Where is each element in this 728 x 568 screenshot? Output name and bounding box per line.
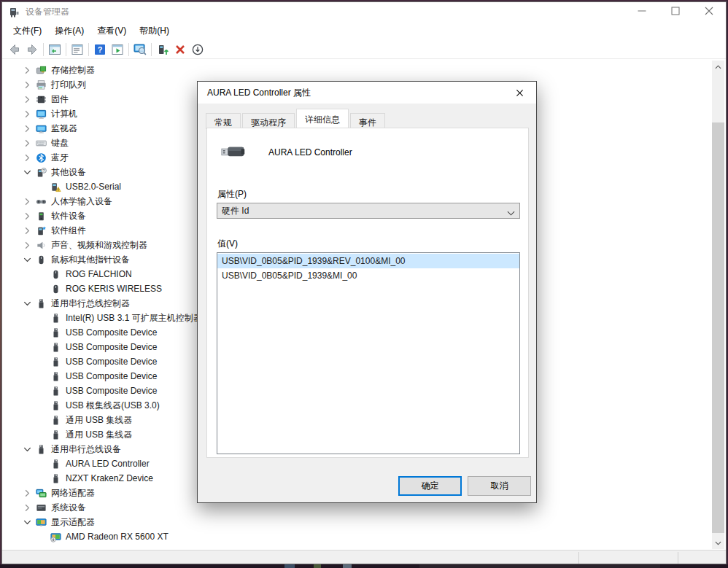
tree-item-label: 网络适配器 bbox=[51, 487, 95, 499]
tree-item-label: USB Composite Device bbox=[66, 386, 157, 396]
usb-device-icon bbox=[220, 143, 248, 161]
cancel-button[interactable]: 取消 bbox=[468, 476, 531, 496]
close-button[interactable] bbox=[692, 2, 726, 22]
toolbar-separator bbox=[66, 43, 66, 56]
usb-icon bbox=[50, 429, 62, 440]
chevron-right-icon[interactable] bbox=[21, 93, 33, 105]
tree-item-label: AURA LED Controller bbox=[66, 459, 150, 469]
tree-item-label: ROG FALCHION bbox=[66, 269, 132, 279]
title-bar: 设备管理器 bbox=[2, 2, 726, 22]
chevron-right-icon[interactable] bbox=[21, 79, 33, 90]
tab-事件[interactable]: 事件 bbox=[350, 113, 385, 129]
menu-item[interactable]: 操作(A) bbox=[48, 22, 90, 40]
tab-详细信息[interactable]: 详细信息 bbox=[296, 109, 349, 128]
chevron-right-icon[interactable] bbox=[21, 195, 33, 207]
tree-item-label: USB 根集线器(USB 3.0) bbox=[66, 400, 160, 412]
tab-驱动程序[interactable]: 驱动程序 bbox=[242, 113, 295, 129]
properties-icon[interactable] bbox=[69, 42, 86, 58]
action-menu-icon[interactable] bbox=[109, 42, 126, 58]
hardware-id-item[interactable]: USB\VID_0B05&PID_1939&REV_0100&MI_00 bbox=[217, 254, 519, 268]
chevron-down-icon bbox=[507, 208, 515, 218]
desktop-edge-top bbox=[0, 0, 728, 1]
toolbar: ? bbox=[2, 40, 726, 59]
tree-item-label: 键盘 bbox=[51, 137, 69, 149]
back-icon[interactable] bbox=[6, 42, 23, 58]
tree-item-label: 软件组件 bbox=[51, 225, 86, 237]
chevron-right-icon[interactable] bbox=[21, 210, 33, 222]
bluetooth-icon bbox=[35, 152, 47, 163]
chevron-spacer bbox=[36, 400, 47, 411]
mouse-icon bbox=[50, 268, 62, 280]
chevron-down-icon[interactable] bbox=[21, 297, 33, 309]
tree-item-label: 人体学输入设备 bbox=[51, 195, 112, 208]
svg-text:?: ? bbox=[98, 45, 103, 54]
window-controls bbox=[625, 2, 726, 22]
status-bar bbox=[2, 550, 726, 564]
ok-button[interactable]: 确定 bbox=[398, 476, 462, 496]
display-icon bbox=[35, 516, 47, 528]
scrollbar-down-icon[interactable] bbox=[712, 537, 724, 549]
chevron-down-icon[interactable] bbox=[21, 166, 33, 178]
property-dropdown-value: 硬件 Id bbox=[222, 205, 249, 217]
tree-item[interactable]: 显示适配器 bbox=[2, 515, 711, 529]
firmware-icon bbox=[35, 93, 47, 105]
tree-item-label: 蓝牙 bbox=[51, 152, 69, 164]
scan-hardware-changes-icon[interactable] bbox=[131, 42, 149, 58]
scrollbar-up-icon[interactable] bbox=[712, 61, 724, 73]
chevron-right-icon[interactable] bbox=[21, 152, 33, 163]
tree-item[interactable]: AMD Radeon RX 5600 XT bbox=[2, 529, 711, 544]
show-console-tree-icon[interactable] bbox=[46, 42, 63, 58]
forward-icon[interactable] bbox=[23, 42, 41, 58]
chevron-down-icon[interactable] bbox=[21, 516, 33, 528]
hardware-id-list[interactable]: USB\VID_0B05&PID_1939&REV_0100&MI_00USB\… bbox=[217, 252, 520, 454]
chevron-spacer bbox=[36, 283, 47, 295]
tree-item-label: 软件设备 bbox=[51, 210, 86, 222]
computer-icon bbox=[35, 108, 47, 120]
tree-item-label: 通用 USB 集线器 bbox=[66, 429, 132, 441]
tree-scrollbar[interactable] bbox=[712, 61, 724, 549]
hardware-id-item[interactable]: USB\VID_0B05&PID_1939&MI_00 bbox=[217, 268, 519, 283]
software-component-icon bbox=[35, 225, 47, 236]
chevron-right-icon[interactable] bbox=[21, 64, 33, 76]
tab-常规[interactable]: 常规 bbox=[206, 113, 241, 129]
chevron-spacer bbox=[36, 472, 47, 484]
value-label: 值(V) bbox=[217, 238, 238, 250]
maximize-icon bbox=[668, 4, 683, 20]
software-device-icon bbox=[35, 210, 47, 222]
menu-item[interactable]: 文件(F) bbox=[7, 22, 48, 40]
property-dropdown[interactable]: 硬件 Id bbox=[217, 203, 520, 219]
chevron-right-icon[interactable] bbox=[21, 239, 33, 251]
device-name: AURA LED Controller bbox=[268, 147, 352, 157]
dialog-close-icon[interactable] bbox=[503, 82, 536, 104]
chevron-right-icon[interactable] bbox=[21, 225, 33, 236]
tree-item-label: 鼠标和其他指针设备 bbox=[51, 254, 130, 266]
tree-item[interactable]: 存储控制器 bbox=[2, 63, 711, 77]
scrollbar-thumb[interactable] bbox=[712, 122, 724, 533]
tree-item-label: AMD Radeon RX 5600 XT bbox=[66, 532, 169, 542]
maximize-button[interactable] bbox=[659, 2, 692, 22]
disable-device-icon[interactable] bbox=[189, 42, 206, 58]
menu-item[interactable]: 查看(V) bbox=[90, 22, 133, 40]
usb-icon bbox=[50, 370, 62, 382]
chevron-right-icon[interactable] bbox=[21, 137, 33, 149]
menu-item[interactable]: 帮助(H) bbox=[133, 22, 176, 40]
chevron-down-icon[interactable] bbox=[21, 254, 33, 265]
chevron-right-icon[interactable] bbox=[21, 122, 33, 134]
display-disabled-icon bbox=[50, 531, 62, 542]
chevron-down-icon[interactable] bbox=[21, 443, 33, 455]
usb-icon bbox=[50, 414, 62, 426]
warning-device-icon bbox=[50, 181, 62, 192]
usb-icon bbox=[50, 341, 62, 353]
chevron-right-icon[interactable] bbox=[21, 502, 33, 513]
tree-item-label: 打印队列 bbox=[51, 79, 86, 91]
chevron-right-icon[interactable] bbox=[21, 487, 33, 499]
help-icon[interactable]: ? bbox=[91, 42, 109, 58]
update-driver-icon[interactable] bbox=[154, 42, 171, 58]
mouse-icon bbox=[50, 283, 62, 295]
tree-item-label: 存储控制器 bbox=[51, 64, 95, 77]
chevron-spacer bbox=[36, 327, 47, 338]
minimize-button[interactable] bbox=[625, 2, 659, 22]
monitor-icon bbox=[35, 122, 47, 134]
chevron-right-icon[interactable] bbox=[21, 108, 33, 120]
uninstall-device-icon[interactable] bbox=[171, 42, 189, 58]
